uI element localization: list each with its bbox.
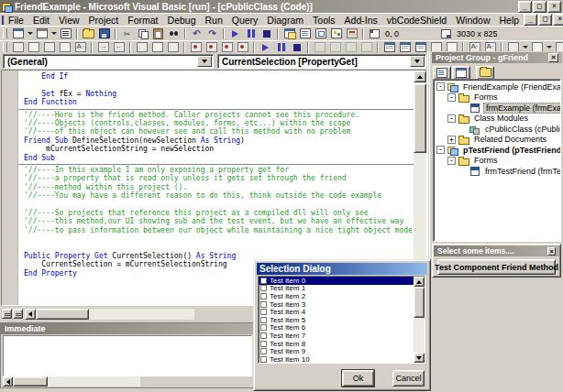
checkbox[interactable]: [260, 285, 267, 291]
parameter-info-button[interactable]: [57, 41, 72, 53]
object-combo[interactable]: (General): [3, 54, 214, 69]
collapse-icon[interactable]: -: [447, 114, 456, 123]
tree-item-frmtestfriend[interactable]: frmTestFriend (frmTestFriend.frm): [434, 166, 560, 177]
toolbox-button[interactable]: [344, 27, 359, 39]
list-item[interactable]: Test Item 3: [259, 300, 414, 309]
add-project-button[interactable]: [10, 27, 26, 39]
scroll-thumb[interactable]: [36, 309, 89, 320]
scroll-thumb[interactable]: [414, 287, 425, 318]
complete-word-button[interactable]: [72, 41, 88, 53]
child-restore-button[interactable]: □: [538, 14, 552, 26]
debug-start-button[interactable]: [258, 41, 273, 53]
add-form-dropdown[interactable]: [50, 27, 58, 39]
cancel-button[interactable]: Cancel: [392, 370, 425, 387]
paste-button[interactable]: [150, 27, 166, 39]
immediate-title-bar[interactable]: Immediate: [1, 323, 254, 334]
step-out-debug-button[interactable]: [359, 41, 374, 53]
code-horizontal-scrollbar[interactable]: [25, 309, 194, 320]
restore-button[interactable]: □: [533, 1, 546, 13]
find-button[interactable]: [166, 27, 182, 39]
view-object-button[interactable]: [452, 66, 470, 80]
scroll-left-button[interactable]: [25, 309, 36, 320]
step-into-debug-button[interactable]: [327, 41, 343, 53]
list-item[interactable]: Test Item 1: [259, 285, 414, 293]
project-close-button[interactable]: ×: [548, 53, 558, 62]
select-items-title-bar[interactable]: Select some items.... ×: [434, 245, 559, 256]
collapse-icon[interactable]: -: [436, 146, 445, 154]
quick-info-button[interactable]: [41, 41, 57, 53]
end-button[interactable]: [259, 27, 274, 39]
collapse-icon[interactable]: -: [447, 157, 456, 165]
checkbox[interactable]: [260, 348, 267, 354]
step-over-button[interactable]: [219, 41, 235, 53]
procedure-combo-arrow[interactable]: [410, 56, 425, 67]
open-project-button[interactable]: [81, 27, 96, 39]
uncomment-block-button[interactable]: [149, 41, 165, 53]
menu-item-file[interactable]: File: [4, 15, 28, 26]
collapse-icon[interactable]: -: [436, 82, 445, 91]
start-button[interactable]: [227, 27, 243, 39]
close-button[interactable]: ×: [547, 1, 561, 13]
position-indicator-icon[interactable]: [367, 27, 382, 39]
scroll-up-button[interactable]: [414, 71, 426, 82]
add-form-button[interactable]: [34, 27, 50, 39]
menu-item-query[interactable]: Query: [227, 15, 263, 26]
toggle-breakpoint-button[interactable]: [188, 41, 204, 53]
expand-icon[interactable]: +: [447, 136, 456, 144]
menu-item-vbcodeshield[interactable]: vbCodeShield: [382, 15, 451, 26]
object-browser-button[interactable]: [328, 27, 344, 39]
breakpoint-button[interactable]: [312, 41, 327, 53]
tree-item-related[interactable]: +Related Documents: [434, 135, 560, 146]
menu-item-view[interactable]: View: [54, 15, 84, 26]
scroll-left-button[interactable]: [3, 376, 13, 387]
list-constants-button[interactable]: [26, 41, 41, 53]
menu-item-run[interactable]: Run: [201, 15, 227, 26]
menu-item-project[interactable]: Project: [84, 15, 124, 26]
copy-button[interactable]: [135, 27, 150, 39]
properties-window-button[interactable]: [297, 27, 313, 39]
menu-item-format[interactable]: Format: [123, 15, 162, 26]
tree-item-forms[interactable]: -Forms: [434, 93, 560, 103]
toolbar-grip[interactable]: [3, 28, 7, 38]
ok-button[interactable]: Ok: [342, 370, 374, 387]
toggle-bookmark-button[interactable]: [165, 41, 181, 53]
redo-button[interactable]: [204, 27, 220, 39]
step-into-button[interactable]: [204, 41, 219, 53]
menu-item-help[interactable]: Help: [495, 15, 524, 26]
scroll-up-button[interactable]: [414, 277, 425, 287]
immediate-horizontal-scrollbar[interactable]: [3, 376, 140, 387]
checkbox[interactable]: [260, 356, 267, 363]
checkbox[interactable]: [260, 293, 267, 299]
tree-item-forms[interactable]: -Forms: [434, 156, 560, 167]
menu-item-add-ins[interactable]: Add-Ins: [340, 15, 382, 26]
debug-end-button[interactable]: [289, 41, 304, 53]
full-module-view-button[interactable]: [13, 309, 23, 319]
checkbox[interactable]: [260, 309, 267, 315]
object-combo-arrow[interactable]: [197, 56, 212, 67]
list-item[interactable]: Test Item 9: [259, 347, 414, 355]
break-button[interactable]: [243, 27, 259, 39]
list-item[interactable]: Test Item 8: [259, 340, 414, 348]
menu-item-tools[interactable]: Tools: [308, 15, 340, 26]
cut-button[interactable]: [119, 27, 135, 39]
collapse-icon[interactable]: -: [447, 93, 456, 102]
add-project-dropdown[interactable]: [26, 27, 34, 39]
step-over-debug-button[interactable]: [343, 41, 359, 53]
selection-dialog-title-bar[interactable]: Selection Dialog: [257, 263, 427, 275]
tree-item-cpublicclass[interactable]: cPublicClass (cPublicClass.cls): [434, 124, 560, 135]
tree-item-frmexample[interactable]: frmExample (frmExample.frm): [434, 103, 560, 114]
save-project-group-button[interactable]: [96, 27, 112, 39]
child-minimize-button[interactable]: _: [524, 14, 537, 26]
immediate-content[interactable]: [3, 335, 252, 376]
test-component-friend-method-button[interactable]: Test Component Friend Method: [437, 259, 556, 275]
list-item[interactable]: Test Item 5: [259, 316, 414, 324]
list-item[interactable]: Test Item 7: [259, 332, 414, 340]
project-title-bar[interactable]: Project Group - gFriend ×: [432, 52, 562, 63]
menu-item-debug[interactable]: Debug: [163, 15, 201, 26]
tree-item-class[interactable]: -Class Modules: [434, 114, 560, 125]
immediate-window-button[interactable]: [397, 41, 413, 53]
outdent-button[interactable]: [111, 41, 127, 53]
tree-item-friendexample[interactable]: -FriendExample (FriendExample.vbp): [434, 82, 560, 93]
checkbox[interactable]: [260, 332, 267, 339]
size-indicator-icon[interactable]: [438, 27, 454, 39]
